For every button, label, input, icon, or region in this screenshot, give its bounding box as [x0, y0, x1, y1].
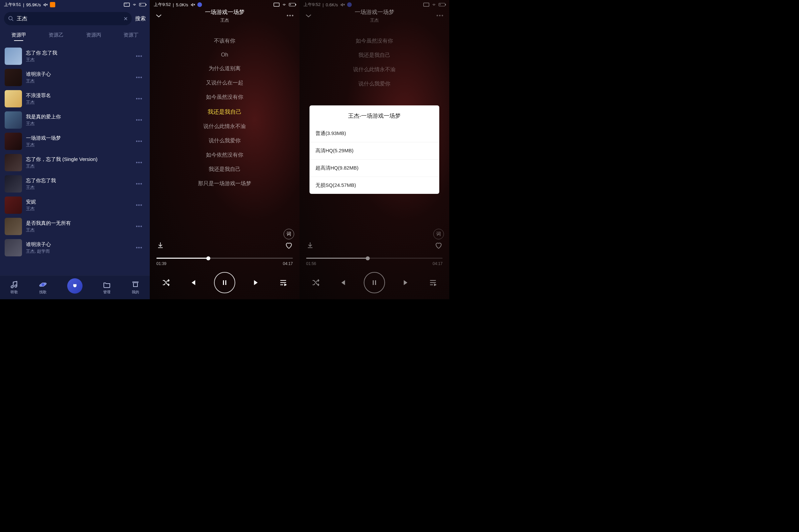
download-icon[interactable] [306, 241, 314, 249]
nav-center[interactable] [67, 282, 83, 293]
more-icon[interactable]: ••• [133, 114, 145, 126]
wifi-icon [132, 2, 137, 7]
song-artist: 王杰 [26, 57, 129, 63]
more-icon[interactable]: ••• [133, 242, 145, 253]
search-input[interactable] [17, 16, 121, 22]
song-row[interactable]: 是否我真的一无所有 王杰 ••• [0, 216, 150, 237]
lyric-line: 如今虽然没有你 [306, 34, 442, 48]
lyric-line: 那只是一场游戏一场梦 [157, 176, 293, 191]
song-row[interactable]: 一场游戏一场梦 王杰 ••• [0, 131, 150, 152]
shuffle-icon[interactable] [162, 278, 170, 287]
time-total: 04:17 [433, 261, 442, 266]
song-row[interactable]: 不浪漫罪名 王杰 ••• [0, 88, 150, 109]
tab-source-3[interactable]: 资源丁 [112, 30, 150, 40]
album-thumb [5, 90, 22, 108]
more-icon[interactable]: ••• [287, 13, 294, 19]
np-artist: 王杰 [205, 17, 244, 23]
status-time: 上午9:52 [304, 2, 321, 8]
svg-point-7 [11, 286, 13, 288]
tab-source-2[interactable]: 资源丙 [75, 30, 112, 40]
more-icon[interactable]: ••• [133, 51, 145, 62]
song-row[interactable]: 忘了你，忘了我 (Single Version) 王杰 ••• [0, 152, 150, 173]
song-row[interactable]: 忘了你忘了我 王杰 ••• [0, 173, 150, 194]
bottom-nav: 听歌 找歌 管理 我的 [0, 275, 150, 299]
tab-source-1[interactable]: 资源乙 [38, 30, 75, 40]
lyric-line: Oh [157, 48, 293, 61]
collapse-icon[interactable] [305, 13, 312, 18]
more-icon[interactable]: ••• [133, 93, 145, 104]
song-title: 一场游戏一场梦 [26, 135, 129, 141]
playlist-icon[interactable] [279, 278, 288, 287]
dialog-title: 王杰-一场游戏一场梦 [309, 106, 439, 125]
quality-option[interactable]: 无损SQ(24.57MB) [309, 176, 439, 194]
shuffle-icon[interactable] [311, 278, 320, 287]
np-actions [150, 241, 299, 249]
svg-rect-23 [424, 3, 429, 7]
search-box[interactable]: ✕ [4, 12, 132, 25]
favorite-icon[interactable] [435, 241, 442, 249]
search-icon [8, 16, 14, 22]
search-button[interactable]: 搜索 [135, 15, 146, 22]
clear-icon[interactable]: ✕ [124, 16, 128, 22]
song-artist: 王杰 [26, 78, 129, 84]
quality-option[interactable]: 高清HQ(5.29MB) [309, 142, 439, 159]
next-icon[interactable] [253, 278, 261, 287]
song-artist: 王杰 [26, 99, 129, 106]
svg-point-10 [41, 283, 45, 287]
song-row[interactable]: 忘了你 忘了我 王杰 ••• [0, 45, 150, 67]
progress[interactable]: 01:5604:17 [306, 258, 442, 266]
download-icon[interactable] [157, 241, 164, 249]
prev-icon[interactable] [188, 278, 197, 287]
nav-me[interactable]: 我的 [131, 280, 140, 294]
song-artist: 王杰 [26, 185, 129, 191]
svg-rect-25 [375, 280, 376, 285]
status-bar: 上午9:51 | 95.9K/s 9 [0, 0, 150, 9]
song-title: 不浪漫罪名 [26, 92, 129, 99]
lyric-line: 如今依然没有你 [157, 148, 293, 162]
lyric-line: 说什么我爱你 [306, 77, 442, 91]
lyric-toggle-button[interactable]: 词 [284, 229, 294, 240]
playlist-icon[interactable] [429, 278, 437, 287]
prev-icon[interactable] [338, 278, 346, 287]
play-pause-button[interactable] [364, 272, 385, 293]
time-total: 04:17 [283, 261, 293, 266]
song-row[interactable]: 安妮 王杰 ••• [0, 194, 150, 216]
nav-manage[interactable]: 管理 [103, 280, 111, 294]
keyboard-icon [274, 3, 279, 7]
song-title: 忘了你，忘了我 (Single Version) [26, 156, 129, 163]
more-icon[interactable]: ••• [133, 200, 145, 211]
more-icon[interactable]: ••• [436, 13, 444, 19]
tab-source-0[interactable]: 资源甲 [0, 30, 38, 40]
quality-option[interactable]: 超高清HQ(9.82MB) [309, 159, 439, 176]
song-row[interactable]: 谁明浪子心 王杰, 赵学而 ••• [0, 237, 150, 258]
svg-rect-15 [274, 3, 279, 7]
more-icon[interactable]: ••• [133, 221, 145, 232]
song-row[interactable]: 我是真的爱上你 王杰 ••• [0, 109, 150, 131]
lyric-line [306, 91, 442, 104]
progress[interactable]: 01:3904:17 [157, 258, 293, 266]
nav-listen[interactable]: 听歌 [10, 280, 19, 294]
collapse-icon[interactable] [155, 13, 162, 18]
song-row[interactable]: 谁明浪子心 王杰 ••• [0, 67, 150, 88]
more-icon[interactable]: ••• [133, 178, 145, 190]
song-artist: 王杰 [26, 121, 129, 127]
lyric-toggle-button[interactable]: 词 [433, 229, 444, 240]
lyric-line: 为什么道别离 [157, 61, 293, 76]
play-pause-button[interactable] [214, 272, 235, 293]
song-artist: 王杰, 赵学而 [26, 248, 129, 254]
quality-option[interactable]: 普通(3.93MB) [309, 125, 439, 142]
more-icon[interactable]: ••• [133, 136, 145, 147]
more-icon[interactable]: ••• [133, 157, 145, 168]
battery-icon: 9 [289, 3, 295, 6]
status-time: 上午9:52 [154, 2, 171, 8]
lyric-line: 不该有你 [157, 34, 293, 48]
favorite-icon[interactable] [285, 241, 293, 249]
lyric-line: 我还是我自己 [306, 48, 442, 62]
more-icon[interactable]: ••• [133, 72, 145, 83]
lyric-line: 我还是我自己 [157, 162, 293, 176]
status-app-icon [347, 2, 352, 7]
nav-find[interactable]: 找歌 [39, 280, 47, 294]
lyrics-panel[interactable]: 不该有你Oh为什么道别离又说什么在一起如今虽然没有你我还是我自己说什么此情永不渝… [150, 21, 299, 194]
next-icon[interactable] [402, 278, 411, 287]
status-app-icon [197, 2, 202, 7]
